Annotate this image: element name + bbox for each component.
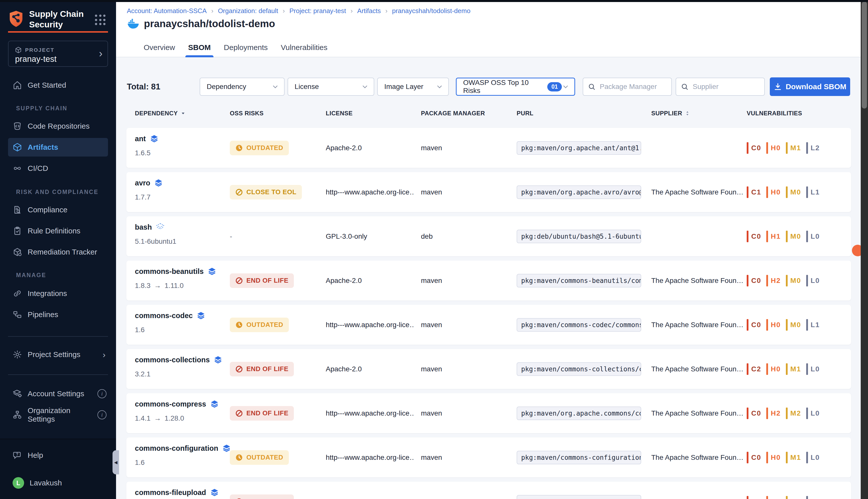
scrollbar-track[interactable] — [861, 0, 868, 499]
oss-risk-badge: END OF LIFE — [230, 273, 294, 288]
oss-risk-badge: END OF LIFE — [230, 406, 294, 421]
column-header-vulnerabilities[interactable]: VULNERABILITIES — [747, 110, 802, 117]
clock-icon — [235, 321, 243, 329]
purl-cell[interactable]: pkg:maven/commons-beanutils/comm… — [517, 274, 641, 288]
column-header-dependency[interactable]: DEPENDENCY — [135, 110, 186, 117]
dependency-name: commons-codec — [135, 311, 205, 320]
sidebar-item-label: Project Settings — [28, 350, 80, 359]
severity-high: H0 — [766, 319, 781, 331]
table-row[interactable]: bash5.1-6ubuntu1-GPL-3.0-onlydebpkg:deb/… — [126, 216, 851, 256]
filter-owasp-oss-top-10-risks[interactable]: OWASP OSS Top 10 Risks01 — [456, 78, 575, 96]
purl-cell[interactable]: pkg:maven/commons-fileupload/… — [517, 495, 641, 499]
severity-medium: M2 — [786, 407, 801, 419]
column-header-supplier[interactable]: SUPPLIER — [651, 110, 690, 117]
severity-bar — [747, 142, 748, 154]
sidebar-collapse-handle[interactable]: ◀ — [112, 450, 119, 474]
package-manager-cell: deb — [421, 232, 433, 241]
search-input-package-manager[interactable] — [599, 82, 667, 91]
app-root: { "colors": { "accent_blue": "#2F6FE4", … — [0, 0, 868, 499]
purl-cell[interactable]: pkg:maven/org.apache.avro/avro@1… — [517, 185, 641, 199]
sidebar-item-artifacts[interactable]: Artifacts — [8, 138, 108, 157]
project-selector[interactable]: PROJECT pranay-test › — [8, 41, 108, 67]
table-row[interactable]: ant1.6.5OUTDATEDApache-2.0mavenpkg:maven… — [126, 128, 851, 168]
column-header-purl[interactable]: PURL — [517, 110, 533, 117]
column-label: PACKAGE MANAGER — [421, 110, 485, 117]
breadcrumb-separator: › — [211, 7, 213, 15]
purl-cell[interactable]: pkg:maven/commons-collections/co… — [517, 362, 641, 376]
filter-dependency[interactable]: Dependency — [200, 78, 285, 96]
module-grid-icon[interactable] — [95, 15, 106, 26]
severity-critical: C0 — [747, 275, 761, 287]
vulnerability-counts: C2H0M1L0 — [747, 363, 820, 375]
breadcrumb-link[interactable]: Artifacts — [357, 7, 381, 15]
purl-cell[interactable]: pkg:deb/ubuntu/bash@5.1-6ubuntu1 — [517, 230, 641, 243]
severity-count: L0 — [811, 277, 820, 285]
user-menu[interactable]: L Lavakush — [8, 476, 108, 490]
severity-count: L0 — [811, 453, 820, 462]
column-header-oss-risks[interactable]: OSS RISKS — [230, 110, 263, 117]
breadcrumb-link[interactable]: pranaycshah/todolist-demo — [392, 7, 470, 15]
breadcrumb-link[interactable]: Account: Automation-SSCA — [127, 7, 207, 15]
tab-vulnerabilities[interactable]: Vulnerabilities — [281, 40, 327, 57]
search-icon — [681, 83, 689, 91]
sidebar-item-rule-definitions[interactable]: Rule Definitions — [8, 224, 108, 238]
table-row[interactable]: commons-compress1.4.1→1.28.0END OF LIFEh… — [126, 393, 851, 433]
filter-license[interactable]: License — [288, 78, 374, 96]
severity-low: L0 — [806, 407, 820, 419]
download-sbom-button[interactable]: Download SBOM — [770, 77, 850, 96]
dependency-name-text: commons-configuration — [135, 444, 218, 452]
sidebar-item-organization-settings[interactable]: Organization Settingsi — [8, 408, 108, 422]
license-cell: http---www.apache.org-lice… — [326, 188, 414, 196]
sidebar-item-project-settings[interactable]: Project Settings› — [8, 348, 108, 362]
sidebar-item-account-settings[interactable]: Account Settingsi — [8, 387, 108, 401]
artifact-title-row: pranaycshah/todolist-demo — [127, 18, 275, 29]
table-row[interactable]: commons-collections3.2.1END OF LIFEApach… — [126, 349, 851, 389]
artifact-box-icon — [13, 143, 22, 152]
tab-sbom[interactable]: SBOM — [188, 40, 211, 57]
purl-cell[interactable]: pkg:maven/org.apache.ant/ant@1.6… — [517, 141, 641, 155]
severity-bar — [806, 231, 808, 242]
severity-bar — [747, 275, 748, 287]
dependency-name: commons-collections — [135, 355, 222, 364]
sidebar-item-integrations[interactable]: Integrations — [8, 287, 108, 301]
sidebar-item-remediation-tracker[interactable]: Remediation Tracker — [8, 245, 108, 259]
sidebar-item-code-repositories[interactable]: Code Repositories — [8, 119, 108, 133]
severity-bar — [786, 407, 788, 419]
version-current: 1.6.5 — [135, 149, 150, 157]
layers-icon — [210, 400, 219, 408]
table-row[interactable]: commons-configuration1.6OUTDATEDhttp---w… — [126, 437, 851, 477]
filter-image-layer[interactable]: Image Layer — [377, 78, 449, 96]
search-input-supplier[interactable] — [692, 82, 760, 91]
breadcrumb-link[interactable]: Organization: default — [218, 7, 278, 15]
help-button[interactable]: ? Help — [8, 448, 108, 462]
table-row[interactable]: commons-fileuploadEND OF LIFEApache-2.0m… — [126, 482, 851, 499]
sidebar-item-label: Account Settings — [28, 389, 84, 398]
oss-risk-label: OUTDATED — [246, 321, 283, 329]
sidebar-item-pipelines[interactable]: Pipelines — [8, 307, 108, 321]
column-header-package-manager[interactable]: PACKAGE MANAGER — [421, 110, 485, 117]
slash-icon — [235, 410, 243, 417]
tab-overview[interactable]: Overview — [144, 40, 175, 57]
purl-cell[interactable]: pkg:maven/commons-configuration/… — [517, 451, 641, 464]
tab-deployments[interactable]: Deployments — [224, 40, 268, 57]
severity-count: H0 — [771, 321, 781, 329]
sidebar-item-get-started[interactable]: Get Started — [8, 78, 108, 92]
purl-cell[interactable]: pkg:maven/org.apache.commons/com… — [517, 406, 641, 420]
breadcrumb-link[interactable]: Project: pranay-test — [289, 7, 346, 15]
severity-count: L1 — [811, 321, 820, 329]
table-row[interactable]: commons-codec1.6OUTDATEDhttp---www.apach… — [126, 305, 851, 345]
sidebar-item-compliance[interactable]: Compliance — [8, 203, 108, 217]
column-header-license[interactable]: LICENSE — [326, 110, 352, 117]
purl-cell[interactable]: pkg:maven/commons-codec/commons-… — [517, 318, 641, 332]
severity-bar — [806, 452, 808, 463]
sidebar-item-ci-cd[interactable]: CI/CD — [8, 161, 108, 175]
app-logo[interactable]: Supply Chain Security — [8, 9, 84, 30]
severity-high: H2 — [766, 275, 781, 287]
severity-count: L0 — [811, 409, 820, 417]
table-row[interactable]: commons-beanutils1.8.3→1.11.0END OF LIFE… — [126, 260, 851, 301]
version-current: 1.6 — [135, 459, 145, 466]
severity-bar — [766, 407, 768, 419]
table-row[interactable]: avro1.7.7CLOSE TO EOLhttp---www.apache.o… — [126, 172, 851, 212]
scrollbar-thumb[interactable] — [862, 1, 867, 109]
column-label: PURL — [517, 110, 533, 117]
